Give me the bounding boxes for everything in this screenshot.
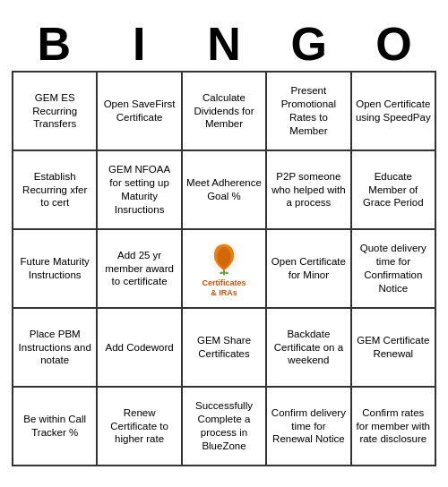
free-space-text: Certificates& IRAs bbox=[202, 278, 246, 298]
cell-0: GEM ES Recurring Transfers bbox=[13, 73, 98, 151]
bingo-card: B I N G O GEM ES Recurring Transfers Ope… bbox=[4, 13, 444, 474]
cell-6: GEM NFOAA for setting up Maturity Insruc… bbox=[98, 151, 182, 230]
cell-20: Be within Call Tracker % bbox=[13, 388, 98, 466]
bingo-grid: GEM ES Recurring Transfers Open SaveFirs… bbox=[12, 71, 436, 466]
bingo-header: B I N G O bbox=[12, 21, 436, 67]
cell-10: Future Maturity Instructions bbox=[13, 230, 98, 309]
cell-1: Open SaveFirst Certificate bbox=[98, 73, 182, 151]
letter-o: O bbox=[355, 21, 434, 67]
letter-b: B bbox=[14, 21, 93, 67]
cell-15: Place PBM Instructions and notate bbox=[13, 309, 98, 388]
cell-19: GEM Certificate Renewal bbox=[352, 309, 436, 388]
cell-17: GEM Share Certificates bbox=[183, 309, 267, 388]
cell-14: Quote delivery time for Confirmation Not… bbox=[352, 230, 436, 309]
cell-21: Renew Certificate to higher rate bbox=[98, 388, 182, 466]
cell-8: P2P someone who helped with a process bbox=[267, 151, 351, 230]
cell-2: Calculate Dividends for Member bbox=[183, 73, 267, 151]
cell-22: Successfully Complete a process in BlueZ… bbox=[183, 388, 267, 466]
letter-n: N bbox=[185, 21, 263, 67]
cell-23: Confirm delivery time for Renewal Notice bbox=[267, 388, 351, 466]
certificates-iras-icon bbox=[204, 239, 244, 278]
cell-18: Backdate Certificate on a weekend bbox=[267, 309, 351, 388]
letter-i: I bbox=[99, 21, 178, 67]
cell-free: Certificates& IRAs bbox=[183, 230, 267, 309]
cell-3: Present Promotional Rates to Member bbox=[267, 73, 351, 151]
cell-4: Open Certificate using SpeedPay bbox=[352, 73, 436, 151]
cell-24: Confirm rates for member with rate discl… bbox=[352, 388, 436, 466]
cell-7: Meet Adherence Goal % bbox=[183, 151, 267, 230]
free-space-logo: Certificates& IRAs bbox=[202, 239, 246, 298]
letter-g: G bbox=[270, 21, 349, 67]
cell-16: Add Codeword bbox=[98, 309, 182, 388]
cell-9: Educate Member of Grace Period bbox=[352, 151, 436, 230]
cell-5: Establish Recurring xfer to cert bbox=[13, 151, 98, 230]
cell-11: Add 25 yr member award to certificate bbox=[98, 230, 182, 309]
cell-13: Open Certificate for Minor bbox=[267, 230, 351, 309]
